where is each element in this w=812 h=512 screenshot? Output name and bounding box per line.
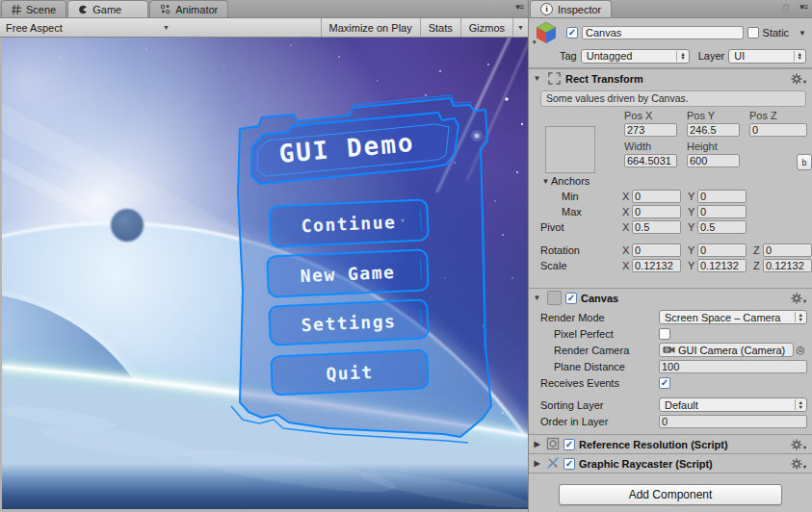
object-picker-icon[interactable]: ◎ <box>794 344 807 356</box>
tab-inspector-label: Inspector <box>558 4 601 15</box>
scale-y-field[interactable]: 0.12132 <box>697 259 747 272</box>
gizmos-button[interactable]: Gizmos <box>460 18 512 37</box>
min-x-field[interactable]: 0 <box>632 190 681 203</box>
foldout-open-icon[interactable]: ▼ <box>532 74 542 83</box>
render-mode-value: Screen Space – Camera <box>665 312 791 323</box>
gameobject-cube-icon[interactable]: ▾ <box>534 20 563 45</box>
rect-transform-gear[interactable]: ▾ <box>791 73 806 85</box>
rotation-z-field[interactable]: 0 <box>763 243 812 257</box>
menu-button-continue[interactable]: Continue <box>269 199 429 246</box>
pos-z-field[interactable]: 0 <box>749 123 807 137</box>
game-toolbar: Free Aspect ▼ Maximize on Play Stats Giz… <box>0 18 528 38</box>
gizmos-dropdown-arrow[interactable]: ▼ <box>512 18 528 37</box>
name-field[interactable]: Canvas <box>582 26 744 39</box>
layer-value: UI <box>734 50 789 62</box>
axis-z-label: Z <box>753 260 760 271</box>
gui-menu-panel: GUI Demo Continue New Game Settings <box>231 95 491 443</box>
menu-button-new-game[interactable]: New Game <box>267 249 429 296</box>
updown-arrows-icon: ▲▼ <box>795 312 805 322</box>
rect-transform-icon <box>546 71 562 87</box>
rotation-y-field[interactable]: 0 <box>697 243 747 257</box>
tab-scene-label: Scene <box>26 4 56 15</box>
max-x-field[interactable]: 0 <box>632 205 681 218</box>
tag-dropdown[interactable]: Untagged ▲▼ <box>581 49 690 64</box>
receives-events-checkbox[interactable] <box>659 377 670 389</box>
anchors-min-label: Min <box>540 191 622 202</box>
aspect-dropdown[interactable]: Free Aspect ▼ <box>0 18 175 37</box>
maximize-on-play-button[interactable]: Maximize on Play <box>321 18 420 37</box>
static-dropdown-arrow[interactable]: ▼ <box>799 29 806 38</box>
canvas-component-title: Canvas <box>581 293 618 304</box>
rotation-label: Rotation <box>540 244 622 256</box>
layer-dropdown[interactable]: UI ▲▼ <box>728 49 806 64</box>
pivot-x-field[interactable]: 0.5 <box>632 220 681 234</box>
tab-scene[interactable]: Scene <box>1 0 66 17</box>
canvas-driven-helpbox: Some values driven by Canvas. <box>540 90 806 107</box>
static-checkbox[interactable] <box>747 27 759 38</box>
moon <box>111 209 144 242</box>
sorting-layer-value: Default <box>665 399 791 411</box>
tab-inspector[interactable]: i Inspector <box>530 0 612 17</box>
scale-z-field[interactable]: 0.12132 <box>763 259 812 272</box>
reference-resolution-icon <box>546 437 560 452</box>
width-field[interactable]: 664.5031 <box>624 154 677 167</box>
rotation-x-field[interactable]: 0 <box>632 243 681 257</box>
reference-resolution-gear[interactable]: ▾ <box>791 439 806 450</box>
pane-menu-icon[interactable]: ▾≡ <box>515 2 523 12</box>
anchor-preview[interactable] <box>545 126 595 173</box>
aspect-label: Free Aspect <box>6 22 63 34</box>
scale-x-field[interactable]: 0.12132 <box>632 259 681 272</box>
rect-transform-header[interactable]: ▼ Rect Transform ▾ <box>529 68 812 88</box>
canvas-enabled-checkbox[interactable] <box>565 293 577 304</box>
foldout-open-icon[interactable]: ▼ <box>532 294 542 302</box>
anchors-max-label: Max <box>540 206 622 218</box>
reference-resolution-checkbox[interactable] <box>563 439 575 450</box>
chevron-down-icon: ▼ <box>163 24 170 31</box>
canvas-component-icon <box>546 291 562 306</box>
max-y-field[interactable]: 0 <box>697 205 747 218</box>
inspector-menu-icon[interactable]: ▾≡ <box>799 2 807 12</box>
graphic-raycaster-checkbox[interactable] <box>563 458 575 470</box>
height-field[interactable]: 600 <box>687 154 740 167</box>
pos-y-field[interactable]: 246.5 <box>687 123 740 137</box>
game-icon <box>78 5 88 14</box>
menu-button-quit-label: Quit <box>326 362 374 384</box>
graphic-raycaster-gear[interactable]: ▾ <box>791 458 806 470</box>
menu-button-settings[interactable]: Settings <box>269 299 429 345</box>
game-scene: GUI Demo Continue New Game Settings <box>2 38 528 509</box>
order-in-layer-field[interactable]: 0 <box>659 415 807 428</box>
render-mode-label: Render Mode <box>540 312 659 323</box>
stats-button[interactable]: Stats <box>420 18 460 37</box>
pivot-y-field[interactable]: 0.5 <box>697 220 747 234</box>
axis-x-label: X <box>622 206 629 218</box>
updown-arrows-icon: ▲▼ <box>795 399 805 410</box>
active-checkbox[interactable] <box>566 27 578 38</box>
foldout-open-icon[interactable]: ▼ <box>540 177 551 186</box>
tag-label: Tag <box>560 50 577 62</box>
canvas-component-gear[interactable]: ▾ <box>791 293 806 304</box>
pos-x-field[interactable]: 273 <box>624 123 677 137</box>
reference-resolution-header[interactable]: ▶ Reference Resolution (Script) ▾ <box>529 434 812 453</box>
min-y-field[interactable]: 0 <box>697 190 747 203</box>
foldout-closed-icon[interactable]: ▶ <box>532 459 542 468</box>
tab-animator[interactable]: Animator <box>149 0 228 17</box>
render-camera-field[interactable]: GUI Camera (Camera) <box>659 343 794 357</box>
sorting-layer-label: Sorting Layer <box>540 399 659 411</box>
pixel-perfect-checkbox[interactable] <box>659 328 670 340</box>
menu-button-quit[interactable]: Quit <box>271 349 429 395</box>
scale-label: Scale <box>540 260 622 271</box>
plane-distance-field[interactable]: 100 <box>659 360 807 373</box>
pos-z-label: Pos Z <box>749 110 812 122</box>
reference-resolution-title: Reference Resolution (Script) <box>579 439 728 450</box>
foldout-closed-icon[interactable]: ▶ <box>532 440 542 448</box>
static-label: Static <box>763 27 790 38</box>
sorting-layer-dropdown[interactable]: Default ▲▼ <box>659 397 807 412</box>
render-mode-dropdown[interactable]: Screen Space – Camera ▲▼ <box>659 310 807 324</box>
add-component-button[interactable]: Add Component <box>559 484 782 505</box>
canvas-component-header[interactable]: ▼ Canvas ▾ <box>529 288 812 307</box>
lock-icon[interactable] <box>781 4 791 17</box>
tab-game[interactable]: Game <box>67 0 148 17</box>
stats-label: Stats <box>429 22 453 34</box>
blueprint-mode-button[interactable]: b <box>797 154 812 170</box>
graphic-raycaster-header[interactable]: ▶ Graphic Raycaster (Script) ▾ <box>529 453 812 473</box>
